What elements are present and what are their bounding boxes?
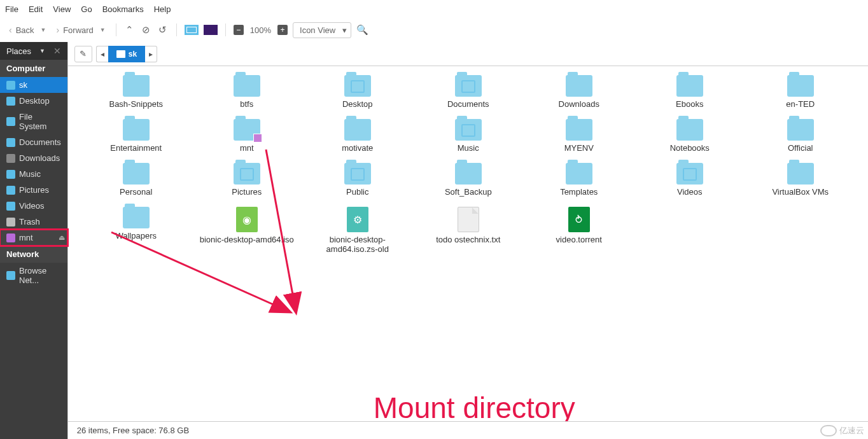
file-item[interactable]: Desktop	[302, 73, 413, 111]
file-name: Downloads	[559, 99, 599, 109]
back-label: Back	[16, 25, 34, 35]
sidebar-item-documents[interactable]: Documents	[0, 134, 67, 150]
txt-file-icon	[458, 207, 479, 232]
file-item[interactable]: todo ostechnix.txt	[413, 204, 524, 256]
file-item[interactable]: Videos	[634, 160, 745, 199]
watermark-text: 亿速云	[839, 425, 864, 436]
menu-bookmarks[interactable]: Bookmarks	[102, 4, 144, 14]
sidebar-item-browse-net-[interactable]: Browse Net...	[0, 263, 67, 288]
breadcrumb-next[interactable]: ▸	[145, 46, 157, 62]
watermark: 亿速云	[820, 425, 864, 436]
sidebar-item-label: Documents	[19, 137, 61, 147]
folder-icon	[676, 119, 703, 141]
file-item[interactable]: Entertainment	[81, 116, 192, 155]
back-button[interactable]: ‹ Back ▼	[6, 24, 49, 36]
folder-icon	[676, 163, 703, 185]
file-item[interactable]: Personal	[81, 160, 192, 199]
file-item[interactable]: Music	[413, 116, 524, 155]
search-icon[interactable]: 🔍	[356, 24, 368, 36]
file-item[interactable]: Downloads	[524, 73, 634, 111]
file-item[interactable]: motivate	[302, 116, 413, 155]
menu-file[interactable]: File	[5, 4, 18, 14]
file-name: motivate	[342, 143, 373, 153]
file-name: Bash-Snippets	[109, 99, 163, 109]
file-name: Wallpapers	[115, 231, 157, 240]
file-item[interactable]: btfs	[192, 73, 302, 111]
file-item[interactable]: ⚙bionic-desktop-amd64.iso.zs-old	[302, 204, 413, 256]
sidebar-item-sk[interactable]: sk	[0, 77, 67, 93]
folder-icon	[6, 271, 15, 280]
file-item[interactable]: ⥁video.torrent	[524, 204, 634, 256]
computer-icon[interactable]	[204, 25, 218, 35]
view-mode-select[interactable]: Icon View	[293, 22, 351, 38]
breadcrumb: ◂ sk ▸	[96, 46, 157, 62]
forward-button[interactable]: › Forward ▼	[54, 24, 108, 36]
forward-label: Forward	[63, 25, 94, 35]
file-item[interactable]: Bash-Snippets	[81, 73, 192, 111]
iso-file-icon: ◉	[236, 207, 258, 232]
sidebar-item-downloads[interactable]: Downloads	[0, 150, 67, 166]
stop-icon[interactable]: ⊘	[141, 24, 152, 36]
sidebar-item-music[interactable]: Music	[0, 166, 67, 182]
file-item[interactable]: Wallpapers	[81, 204, 192, 256]
file-name: bionic-desktop-amd64.iso	[200, 235, 294, 244]
separator	[116, 24, 116, 36]
file-name: Official	[788, 143, 813, 153]
file-name: VirtualBox VMs	[772, 187, 829, 197]
sidebar-item-mnt[interactable]: mnt⏏	[0, 230, 67, 246]
folder-icon	[344, 163, 371, 185]
file-name: Pictures	[232, 187, 262, 197]
folder-icon	[787, 119, 814, 141]
sidebar-item-label: Videos	[19, 201, 45, 211]
file-item[interactable]: MYENV	[524, 116, 634, 155]
sidebar-panel-label[interactable]: Places	[6, 46, 31, 56]
file-item[interactable]: Pictures	[192, 160, 302, 199]
menu-view[interactable]: View	[53, 4, 71, 14]
folder-icon	[344, 119, 371, 141]
file-name: Public	[346, 187, 368, 197]
file-item[interactable]: VirtualBox VMs	[745, 160, 856, 199]
up-icon[interactable]: ⌃	[124, 24, 136, 36]
file-item[interactable]: Documents	[413, 73, 524, 111]
chevron-down-icon[interactable]: ▼	[39, 48, 45, 54]
breadcrumb-current-label: sk	[129, 50, 137, 59]
file-item[interactable]: mnt	[192, 116, 302, 155]
folder-icon	[344, 75, 371, 97]
menu-edit[interactable]: Edit	[29, 4, 43, 14]
close-icon[interactable]: ✕	[53, 46, 61, 56]
sidebar-item-pictures[interactable]: Pictures	[0, 182, 67, 198]
chevron-down-icon: ▼	[100, 27, 106, 33]
zoom-in-button[interactable]: +	[277, 25, 288, 35]
sidebar-item-file-system[interactable]: File System	[0, 109, 67, 134]
torrent-file-icon: ⥁	[568, 207, 590, 232]
view-mode-label: Icon View	[300, 25, 335, 35]
file-item[interactable]: ◉bionic-desktop-amd64.iso	[192, 204, 302, 256]
sidebar-item-desktop[interactable]: Desktop	[0, 93, 67, 109]
folder-icon	[116, 50, 125, 58]
file-item[interactable]: Public	[302, 160, 413, 199]
file-item[interactable]: Ebooks	[634, 73, 745, 111]
sidebar-item-trash[interactable]: Trash	[0, 214, 67, 230]
edit-path-button[interactable]: ✎	[74, 46, 92, 62]
home-icon[interactable]	[185, 25, 199, 35]
file-item[interactable]: Soft_Backup	[413, 160, 524, 199]
file-item[interactable]: en-TED	[745, 73, 856, 111]
file-item[interactable]: Notebooks	[634, 116, 745, 155]
eject-icon[interactable]: ⏏	[59, 233, 65, 242]
reload-icon[interactable]: ↺	[157, 24, 169, 36]
sidebar-header: Places ▼ ✕	[0, 42, 67, 60]
zoom-out-button[interactable]: −	[234, 25, 244, 35]
sidebar-item-videos[interactable]: Videos	[0, 198, 67, 214]
folder-icon	[6, 186, 15, 195]
breadcrumb-current[interactable]: sk	[108, 46, 145, 62]
breadcrumb-prev[interactable]: ◂	[96, 46, 108, 62]
menu-help[interactable]: Help	[154, 4, 171, 14]
folder-icon	[6, 138, 15, 147]
file-name: video.torrent	[556, 235, 602, 244]
file-grid[interactable]: Bash-SnippetsbtfsDesktopDocumentsDownloa…	[68, 66, 868, 421]
menu-go[interactable]: Go	[81, 4, 92, 14]
file-item[interactable]: Official	[745, 116, 856, 155]
status-text: 26 items, Free space: 76.8 GB	[77, 426, 189, 435]
file-item[interactable]: Templates	[524, 160, 634, 199]
folder-icon	[6, 170, 15, 179]
